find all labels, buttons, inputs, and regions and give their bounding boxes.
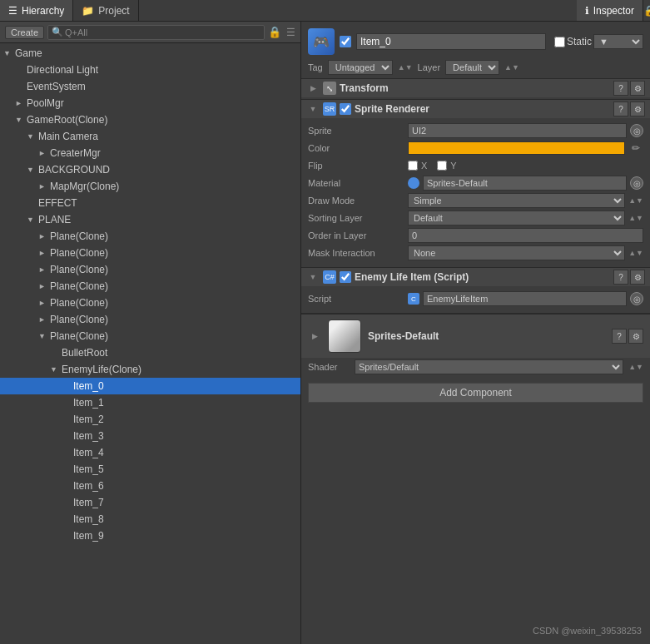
tree-label-item-9: Item_9 bbox=[73, 530, 104, 542]
hierarchy-panel: Create 🔍 Q+All 🔒 ☰ GameDirectional Light… bbox=[0, 22, 301, 644]
sprite-renderer-help-btn[interactable]: ? bbox=[613, 102, 628, 116]
tree-arrow-plane-clone2[interactable] bbox=[38, 249, 48, 257]
tree-item-background[interactable]: BACKGROUND bbox=[0, 161, 300, 178]
hierarchy-menu-icon[interactable]: ☰ bbox=[286, 27, 295, 38]
script-input[interactable] bbox=[423, 291, 627, 306]
tree-item-plane-clone7[interactable]: Plane(Clone) bbox=[0, 328, 300, 344]
enemy-life-expand[interactable]: ▼ bbox=[306, 270, 320, 284]
tree-item-dir-light[interactable]: Directional Light bbox=[0, 62, 300, 78]
tree-label-background: BACKGROUND bbox=[38, 164, 110, 176]
static-dropdown[interactable]: ▼ bbox=[593, 34, 643, 49]
tree-item-item-4[interactable]: Item_4 bbox=[0, 444, 300, 461]
tree-arrow-game[interactable] bbox=[3, 49, 13, 57]
object-active-checkbox[interactable] bbox=[340, 36, 351, 47]
tree-item-item-0[interactable]: Item_0 bbox=[0, 378, 300, 394]
tree-arrow-creater-mgr[interactable] bbox=[38, 149, 48, 157]
material-settings-btn[interactable]: ⚙ bbox=[628, 329, 643, 344]
sprite-renderer-expand[interactable]: ▼ bbox=[306, 102, 320, 116]
enemy-life-settings-btn[interactable]: ⚙ bbox=[630, 270, 645, 285]
material-preview-expand[interactable]: ▶ bbox=[308, 329, 321, 343]
hierarchy-search[interactable]: 🔍 Q+All bbox=[47, 25, 265, 40]
transform-expand-arrow[interactable]: ▶ bbox=[306, 82, 320, 95]
tree-arrow-background[interactable] bbox=[27, 166, 37, 174]
tree-item-effect[interactable]: EFFECT bbox=[0, 195, 300, 211]
tag-select[interactable]: Untagged bbox=[328, 60, 393, 75]
sprite-input[interactable] bbox=[408, 123, 627, 138]
tree-item-item-6[interactable]: Item_6 bbox=[0, 478, 300, 494]
material-picker-btn[interactable]: ◎ bbox=[630, 176, 643, 190]
tree-item-game[interactable]: Game bbox=[0, 45, 300, 62]
transform-header[interactable]: ▶ ⤡ Transform ? ⚙ bbox=[301, 79, 650, 97]
tree-item-creater-mgr[interactable]: CreaterMgr bbox=[0, 145, 300, 161]
tree-item-plane-clone6[interactable]: Plane(Clone) bbox=[0, 311, 300, 328]
tree-item-item-5[interactable]: Item_5 bbox=[0, 461, 300, 478]
tree-item-item-1[interactable]: Item_1 bbox=[0, 394, 300, 411]
tree-item-enemy-life[interactable]: EnemyLife(Clone) bbox=[0, 361, 300, 378]
enemy-life-toggle[interactable] bbox=[340, 271, 351, 283]
sprite-picker-btn[interactable]: ◎ bbox=[630, 124, 643, 137]
tree-arrow-plane-clone3[interactable] bbox=[38, 265, 48, 274]
create-button[interactable]: Create bbox=[5, 26, 44, 39]
tree-label-enemy-life: EnemyLife(Clone) bbox=[62, 364, 141, 375]
tree-arrow-plane-clone6[interactable] bbox=[38, 315, 48, 324]
object-name-input[interactable] bbox=[356, 33, 546, 50]
tree-item-item-7[interactable]: Item_7 bbox=[0, 494, 300, 511]
tree-arrow-main-camera[interactable] bbox=[27, 132, 37, 141]
tree-item-map-mgr[interactable]: MapMgr(Clone) bbox=[0, 178, 300, 195]
tree-arrow-plane-clone7[interactable] bbox=[38, 332, 48, 340]
tree-arrow-plane[interactable] bbox=[27, 215, 37, 224]
tree-item-plane-clone1[interactable]: Plane(Clone) bbox=[0, 228, 300, 245]
enemy-life-script-header[interactable]: ▼ C# Enemy Life Item (Script) ? ⚙ bbox=[301, 268, 650, 286]
material-help-btn[interactable]: ? bbox=[612, 329, 627, 344]
tab-hierarchy[interactable]: ☰ Hierarchy bbox=[0, 0, 73, 21]
tree-item-main-camera[interactable]: Main Camera bbox=[0, 128, 300, 145]
inspector-lock[interactable]: 🔒 bbox=[643, 0, 650, 21]
material-input[interactable] bbox=[423, 176, 627, 191]
sprite-renderer-settings-btn[interactable]: ⚙ bbox=[630, 102, 645, 116]
flip-x-checkbox[interactable] bbox=[408, 161, 418, 171]
tree-item-item-9[interactable]: Item_9 bbox=[0, 528, 300, 544]
tab-project[interactable]: 📁 Project bbox=[73, 0, 138, 21]
tree-arrow-plane-clone4[interactable] bbox=[38, 282, 48, 290]
flip-y-checkbox[interactable] bbox=[437, 161, 447, 171]
tree-item-plane-clone5[interactable]: Plane(Clone) bbox=[0, 295, 300, 311]
sprite-label: Sprite bbox=[308, 126, 408, 136]
tree-item-plane[interactable]: PLANE bbox=[0, 211, 300, 228]
tree-item-pool-mgr[interactable]: PoolMgr bbox=[0, 95, 300, 111]
tree-arrow-enemy-life[interactable] bbox=[50, 365, 60, 374]
tree-item-bullet-root[interactable]: BulletRoot bbox=[0, 344, 300, 361]
tree-label-game: Game bbox=[15, 47, 42, 59]
tree-item-event-system[interactable]: EventSystem bbox=[0, 78, 300, 95]
sprite-renderer-header[interactable]: ▼ SR Sprite Renderer ? ⚙ bbox=[301, 100, 650, 118]
tree-arrow-game-root[interactable] bbox=[15, 116, 25, 124]
tree-item-plane-clone4[interactable]: Plane(Clone) bbox=[0, 278, 300, 295]
tree-item-item-8[interactable]: Item_8 bbox=[0, 511, 300, 528]
tree-item-item-2[interactable]: Item_2 bbox=[0, 411, 300, 428]
hierarchy-lock-icon[interactable]: 🔒 bbox=[268, 26, 281, 38]
sorting-layer-select[interactable]: Default bbox=[408, 211, 625, 225]
mask-interaction-select[interactable]: None bbox=[408, 245, 625, 260]
tree-arrow-map-mgr[interactable] bbox=[38, 182, 48, 191]
draw-mode-select[interactable]: Simple Sliced Tiled bbox=[408, 193, 625, 208]
order-in-layer-input[interactable] bbox=[408, 228, 643, 243]
eyedropper-icon[interactable]: ✏ bbox=[628, 141, 643, 156]
tree-item-plane-clone3[interactable]: Plane(Clone) bbox=[0, 261, 300, 278]
color-swatch[interactable] bbox=[408, 141, 625, 155]
tree-arrow-plane-clone5[interactable] bbox=[38, 299, 48, 307]
tag-label: Tag bbox=[308, 62, 323, 72]
static-checkbox[interactable] bbox=[554, 37, 565, 47]
enemy-life-help-btn[interactable]: ? bbox=[613, 270, 628, 285]
tree-arrow-pool-mgr[interactable] bbox=[15, 99, 25, 107]
tree-item-plane-clone2[interactable]: Plane(Clone) bbox=[0, 245, 300, 261]
tree-item-game-root[interactable]: GameRoot(Clone) bbox=[0, 111, 300, 128]
tab-inspector[interactable]: ℹ Inspector bbox=[577, 0, 643, 21]
transform-settings-btn[interactable]: ⚙ bbox=[630, 81, 645, 96]
sprite-renderer-toggle[interactable] bbox=[340, 103, 351, 115]
add-component-button[interactable]: Add Component bbox=[308, 383, 643, 403]
transform-help-btn[interactable]: ? bbox=[613, 81, 628, 96]
shader-select[interactable]: Sprites/Default bbox=[355, 359, 623, 374]
layer-select[interactable]: Default bbox=[445, 60, 499, 75]
script-picker-btn[interactable]: ◎ bbox=[630, 292, 643, 305]
tree-arrow-plane-clone1[interactable] bbox=[38, 232, 48, 240]
tree-item-item-3[interactable]: Item_3 bbox=[0, 428, 300, 444]
